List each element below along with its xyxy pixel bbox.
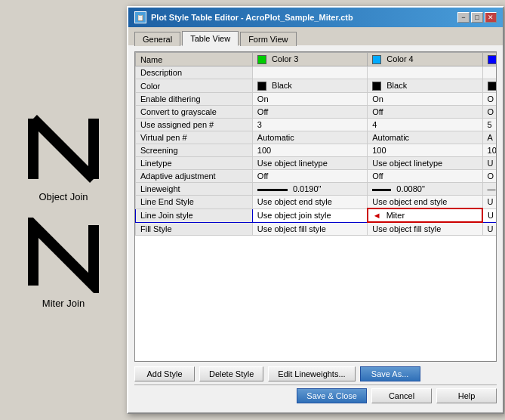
- row-col5: 10: [482, 144, 496, 157]
- row-col4: Use object fill style: [368, 222, 482, 236]
- table-container: Name Color 3 Color 4: [134, 51, 497, 362]
- table-row: Lineweight 0.0190" 0.0080" —: [136, 183, 497, 196]
- table-wrapper[interactable]: Name Color 3 Color 4: [135, 52, 496, 361]
- help-button[interactable]: Help: [436, 388, 497, 403]
- row-label: Adaptive adjustment: [136, 170, 253, 183]
- row-col3: Black: [252, 79, 367, 93]
- col4-header: Color 4: [368, 53, 482, 66]
- object-join-svg: [26, 111, 101, 187]
- miter-join-label: Miter Join: [42, 298, 85, 309]
- row-col5: U: [482, 208, 496, 222]
- table-row: Fill Style Use object fill style Use obj…: [136, 222, 497, 236]
- color4-swatch: [372, 55, 381, 64]
- black-swatch-5: [488, 82, 496, 91]
- black-swatch-4: [372, 82, 381, 91]
- miter-join-svg: [26, 218, 101, 293]
- row-col4: Off: [368, 170, 482, 183]
- title-bar-left: 📋 Plot Style Table Editor - AcroPlot_Sam…: [134, 11, 353, 23]
- row-label: Description: [136, 66, 253, 79]
- black-swatch-3: [257, 82, 266, 91]
- minimize-button[interactable]: −: [457, 12, 470, 23]
- row-label: Convert to grayscale: [136, 106, 253, 119]
- miter-cell: ◄ Miter: [368, 208, 482, 222]
- table-row: Enable dithering On On O: [136, 93, 497, 106]
- row-col5: U: [482, 196, 496, 209]
- row-col3: Use object fill style: [252, 222, 367, 236]
- row-col3: 100: [252, 144, 367, 157]
- row-col4: Use object linetype: [368, 157, 482, 170]
- object-join-label: Object Join: [38, 191, 88, 202]
- row-label: Virtual pen #: [136, 131, 253, 144]
- row-col4: Use object end style: [368, 196, 482, 209]
- tab-table-view[interactable]: Table View: [182, 31, 239, 46]
- tabs-row: General Table View Form View: [128, 27, 503, 45]
- tab-form-view[interactable]: Form View: [240, 32, 296, 46]
- table-row: Convert to grayscale Off Off O: [136, 106, 497, 119]
- row-col5: A: [482, 131, 496, 144]
- title-controls: − □ ✕: [457, 12, 497, 23]
- dialog-content: Name Color 3 Color 4: [128, 45, 503, 412]
- row-col4: 100: [368, 144, 482, 157]
- close-button[interactable]: ✕: [485, 12, 497, 23]
- row-label: Lineweight: [136, 183, 253, 196]
- row-col5: —: [482, 183, 496, 196]
- dialog-title: Plot Style Table Editor - AcroPlot_Sampl…: [151, 13, 353, 22]
- title-bar: 📋 Plot Style Table Editor - AcroPlot_Sam…: [128, 8, 503, 27]
- table-row: Virtual pen # Automatic Automatic A: [136, 131, 497, 144]
- left-panel: Object Join Miter Join: [0, 0, 127, 420]
- row-col3: Use object linetype: [252, 157, 367, 170]
- edit-lineweights-button[interactable]: Edit Lineweights...: [268, 366, 355, 381]
- add-style-button[interactable]: Add Style: [134, 366, 195, 381]
- row-label: Use assigned pen #: [136, 119, 253, 131]
- row-col5: [482, 79, 496, 93]
- row-col5: U: [482, 222, 496, 236]
- row-label: Screening: [136, 144, 253, 157]
- row-col3: Off: [252, 170, 367, 183]
- table-row: Color Black Black: [136, 79, 497, 93]
- bottom-buttons-row1: Add Style Delete Style Edit Lineweights.…: [134, 362, 497, 384]
- lineweight-line-3: [257, 189, 288, 191]
- color5-swatch: [488, 55, 496, 64]
- col-name-header: Name: [136, 53, 253, 66]
- row-col3: On: [252, 93, 367, 106]
- table-row: Description: [136, 66, 497, 79]
- color3-swatch: [257, 55, 266, 64]
- row-col3: Automatic: [252, 131, 367, 144]
- row-col3: [252, 66, 367, 79]
- row-col5: O: [482, 93, 496, 106]
- row-label: Fill Style: [136, 222, 253, 236]
- table-row: Linetype Use object linetype Use object …: [136, 157, 497, 170]
- miter-join-demo: Miter Join: [26, 218, 101, 309]
- miter-arrow-icon: ◄: [373, 211, 381, 220]
- table-row: Line End Style Use object end style Use …: [136, 196, 497, 209]
- styles-table: Name Color 3 Color 4: [135, 52, 496, 236]
- delete-style-button[interactable]: Delete Style: [199, 366, 263, 381]
- row-label: Color: [136, 79, 253, 93]
- row-col4: Black: [368, 79, 482, 93]
- bottom-buttons-row2: Save & Close Cancel Help: [134, 384, 497, 406]
- table-row: Adaptive adjustment Off Off O: [136, 170, 497, 183]
- table-row: Use assigned pen # 3 4 5: [136, 119, 497, 131]
- row-label: Line Join style: [136, 208, 253, 222]
- save-close-button[interactable]: Save & Close: [297, 388, 367, 403]
- row-col4: 4: [368, 119, 482, 131]
- save-as-button[interactable]: Save As...: [360, 366, 420, 381]
- row-label: Line End Style: [136, 196, 253, 209]
- dialog-window: 📋 Plot Style Table Editor - AcroPlot_Sam…: [127, 6, 504, 414]
- row-label: Enable dithering: [136, 93, 253, 106]
- row-col3: Use object end style: [252, 196, 367, 209]
- cancel-button[interactable]: Cancel: [371, 388, 432, 403]
- row-col4: 0.0080": [368, 183, 482, 196]
- row-col3: 3: [252, 119, 367, 131]
- row-col5: U: [482, 157, 496, 170]
- tab-general[interactable]: General: [134, 32, 180, 46]
- row-col4: On: [368, 93, 482, 106]
- app-icon: 📋: [134, 11, 146, 23]
- line-join-style-row: Line Join style Use object join style ◄ …: [136, 208, 497, 222]
- row-col3: Off: [252, 106, 367, 119]
- horizontal-scrollbar[interactable]: ◄ ►: [135, 361, 496, 362]
- row-col5: O: [482, 106, 496, 119]
- row-col3: Use object join style: [252, 208, 367, 222]
- row-col4: Off: [368, 106, 482, 119]
- maximize-button[interactable]: □: [471, 12, 483, 23]
